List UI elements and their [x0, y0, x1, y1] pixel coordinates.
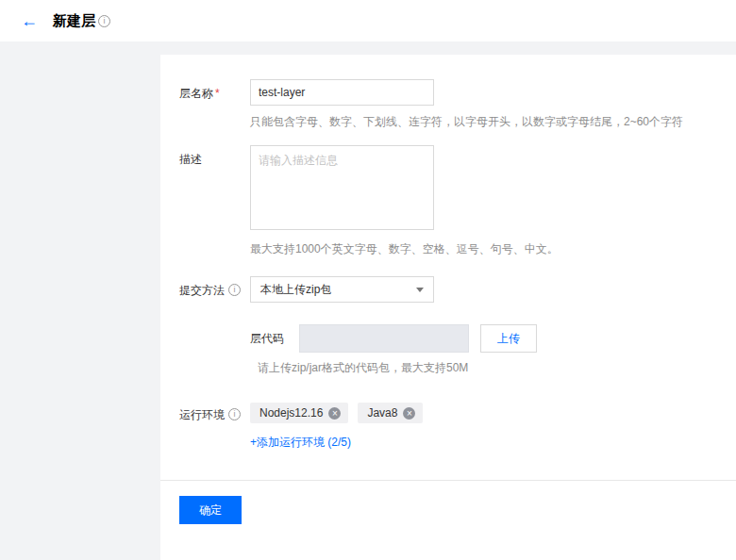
- runtime-tag: Java8 ×: [358, 403, 423, 423]
- required-mark: *: [215, 87, 220, 100]
- description-label-col: 描述: [179, 145, 250, 257]
- description-label: 描述: [179, 153, 202, 166]
- layer-code-file-field: [299, 324, 469, 353]
- close-icon[interactable]: ×: [328, 407, 341, 420]
- create-layer-page: ← 新建层 i 层名称* 只能包含字母、数字、下划线、连字符，以字母开头，以数字…: [0, 0, 736, 560]
- chevron-down-icon: [416, 288, 424, 292]
- runtime-tag-label: Java8: [367, 406, 397, 420]
- layer-code-label: 层代码: [250, 331, 284, 347]
- submit-method-control: 本地上传zip包: [250, 276, 717, 303]
- submit-method-select[interactable]: 本地上传zip包: [250, 276, 434, 303]
- close-icon[interactable]: ×: [403, 407, 415, 420]
- description-row: 描述 最大支持1000个英文字母、数字、空格、逗号、句号、中文。: [179, 145, 717, 257]
- layer-name-label-col: 层名称*: [179, 79, 250, 130]
- title-info-icon[interactable]: i: [98, 15, 110, 27]
- layer-name-row: 层名称* 只能包含字母、数字、下划线、连字符，以字母开头，以数字或字母结尾，2~…: [179, 79, 717, 130]
- layer-code-control: 层代码 上传 请上传zip/jar格式的代码包，最大支持50M: [250, 324, 717, 376]
- layer-name-label: 层名称: [179, 87, 213, 100]
- layer-name-hint: 只能包含字母、数字、下划线、连字符，以字母开头，以数字或字母结尾，2~60个字符: [250, 114, 717, 130]
- layer-name-control: 只能包含字母、数字、下划线、连字符，以字母开头，以数字或字母结尾，2~60个字符: [250, 79, 717, 130]
- runtime-tag: Nodejs12.16 ×: [250, 403, 348, 423]
- description-control: 最大支持1000个英文字母、数字、空格、逗号、句号、中文。: [250, 145, 717, 257]
- page-header: ← 新建层 i: [0, 0, 736, 41]
- submit-method-label-col: 提交方法i: [179, 276, 250, 303]
- content-area: 层名称* 只能包含字母、数字、下划线、连字符，以字母开头，以数字或字母结尾，2~…: [0, 41, 736, 560]
- runtime-label: 运行环境: [179, 408, 225, 421]
- layer-code-row: 层代码 上传 请上传zip/jar格式的代码包，最大支持50M: [179, 324, 717, 376]
- layer-name-input[interactable]: [250, 79, 434, 106]
- runtime-tags: Nodejs12.16 × Java8 ×: [250, 401, 717, 423]
- submit-method-label: 提交方法: [179, 284, 225, 297]
- confirm-button[interactable]: 确定: [179, 496, 242, 524]
- runtime-control: Nodejs12.16 × Java8 × +添加运行环境 (2/5): [250, 401, 717, 451]
- back-icon[interactable]: ←: [21, 12, 38, 29]
- description-hint: 最大支持1000个英文字母、数字、空格、逗号、句号、中文。: [250, 241, 717, 257]
- layer-code-hint: 请上传zip/jar格式的代码包，最大支持50M: [258, 360, 717, 376]
- submit-method-row: 提交方法i 本地上传zip包: [179, 276, 717, 303]
- submit-method-selected-value: 本地上传zip包: [260, 282, 331, 298]
- submit-method-info-icon[interactable]: i: [228, 284, 241, 296]
- upload-button[interactable]: 上传: [480, 324, 537, 353]
- page-title: 新建层: [53, 12, 95, 30]
- runtime-label-col: 运行环境i: [179, 401, 250, 451]
- runtime-row: 运行环境i Nodejs12.16 × Java8 × +添加运行环境 (2/5…: [179, 401, 717, 451]
- form-card: 层名称* 只能包含字母、数字、下划线、连字符，以字母开头，以数字或字母结尾，2~…: [160, 55, 736, 560]
- add-runtime-link[interactable]: +添加运行环境 (2/5): [250, 435, 351, 451]
- layer-code-spacer: [179, 324, 250, 376]
- description-textarea[interactable]: [250, 145, 434, 230]
- layer-code-subrow: 层代码 上传: [250, 324, 717, 353]
- footer-divider: [160, 480, 736, 481]
- runtime-info-icon[interactable]: i: [228, 408, 241, 420]
- runtime-tag-label: Nodejs12.16: [259, 406, 323, 420]
